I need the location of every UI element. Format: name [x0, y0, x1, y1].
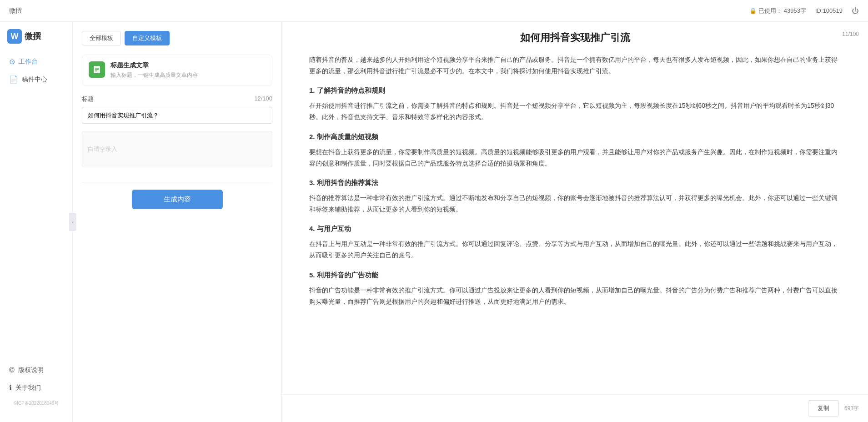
copyright-icon: © — [9, 366, 15, 374]
workbench-icon: ⊙ — [9, 57, 15, 66]
sidebar-item-drafts[interactable]: 📄 稿件中心 — [0, 70, 72, 88]
svg-text:W: W — [11, 32, 19, 41]
article-paragraph-0: 随着抖音的普及，越来越多的人开始利用这个短视频分享平台来推广自己的产品或服务。抖… — [309, 54, 841, 77]
template-desc: 输入标题，一键生成高质量文章内容 — [110, 71, 198, 79]
usage-label: 已使用： — [758, 7, 782, 15]
content-placeholder[interactable]: 白请空录入 — [82, 131, 272, 167]
article-heading-7: 4. 与用户互动 — [309, 222, 841, 235]
header-title: 微撰 — [9, 7, 22, 15]
template-card-icon — [89, 61, 105, 78]
title-label-row: 标题 12/100 — [82, 95, 272, 103]
article-paragraph-10: 抖音的广告功能是一种非常有效的推广引流方式。你可以通过广告投放来让更多的人看到你… — [309, 285, 841, 307]
logo: W 微撰 — [0, 29, 72, 53]
workbench-label: 工作台 — [19, 58, 38, 66]
copy-button[interactable]: 复制 — [808, 400, 839, 417]
template-info: 标题生成文章 输入标题，一键生成高质量文章内容 — [110, 61, 198, 79]
article-heading-1: 1. 了解抖音的特点和规则 — [309, 84, 841, 96]
icp-text: ©ICP备2022018946号 — [0, 397, 72, 410]
right-panel: 如何用抖音实现推广引流 11/100 随着抖音的普及，越来越多的人开始利用这个短… — [282, 22, 868, 422]
template-card[interactable]: 标题生成文章 输入标题，一键生成高质量文章内容 — [82, 55, 272, 86]
article-title: 如何用抖音实现推广引流 — [309, 31, 841, 45]
drafts-icon: 📄 — [9, 75, 18, 84]
title-label: 标题 — [82, 95, 94, 103]
article-paragraph-4: 要想在抖音上获得更多的流量，你需要制作高质量的短视频。高质量的短视频能够吸引更多… — [309, 146, 841, 169]
app-header: 微撰 🔒 已使用： 43953字 ID:100519 ⏻ — [0, 0, 868, 22]
form-divider — [82, 182, 272, 182]
usage-count: 43953字 — [784, 7, 806, 15]
article-header: 如何用抖音实现推广引流 11/100 — [282, 22, 868, 50]
sidebar-item-copyright[interactable]: © 版权说明 — [0, 362, 72, 379]
tab-bar: 全部模板 自定义模板 — [82, 31, 272, 45]
article-heading-5: 3. 利用抖音的推荐算法 — [309, 176, 841, 189]
template-name: 标题生成文章 — [110, 61, 198, 70]
title-char-count: 12/100 — [254, 95, 272, 103]
collapse-button[interactable]: ‹ — [69, 213, 76, 231]
id-info: ID:100519 — [815, 7, 843, 14]
title-form-section: 标题 12/100 — [82, 95, 272, 124]
title-input[interactable] — [82, 107, 272, 124]
about-label: 关于我们 — [15, 384, 41, 392]
article-paragraph-2: 在开始使用抖音进行推广引流之前，你需要了解抖音的特点和规则。抖音是一个短视频分享… — [309, 100, 841, 123]
drafts-label: 稿件中心 — [22, 75, 47, 84]
article-paragraph-6: 抖音的推荐算法是一种非常有效的推广引流方式。通过不断地发布和分享自己的短视频，你… — [309, 192, 841, 215]
sidebar-bottom: © 版权说明 ℹ 关于我们 ©ICP备2022018946号 — [0, 362, 72, 415]
article-paragraph-8: 在抖音上与用户互动是一种非常有效的推广引流方式。你可以通过回复评论、点赞、分享等… — [309, 238, 841, 261]
logo-text: 微撰 — [25, 31, 41, 42]
article-body: 随着抖音的普及，越来越多的人开始利用这个短视频分享平台来推广自己的产品或服务。抖… — [282, 50, 868, 394]
sidebar-item-about[interactable]: ℹ 关于我们 — [0, 379, 72, 397]
logo-icon: W — [7, 29, 22, 44]
content-form-section: 白请空录入 — [82, 131, 272, 167]
right-footer: 复制 693字 — [282, 394, 868, 422]
sidebar: W 微撰 ⊙ 工作台 📄 稿件中心 © 版权说明 ℹ 关于我们 ©ICP备202… — [0, 22, 73, 422]
about-icon: ℹ — [9, 383, 12, 392]
word-count: 693字 — [844, 405, 859, 412]
article-heading-3: 2. 制作高质量的短视频 — [309, 131, 841, 143]
usage-info: 🔒 已使用： 43953字 — [749, 7, 806, 15]
power-icon[interactable]: ⏻ — [852, 7, 859, 15]
copyright-label: 版权说明 — [18, 366, 44, 374]
content-placeholder-text: 白请空录入 — [88, 145, 117, 153]
lock-icon: 🔒 — [749, 7, 757, 14]
generate-button[interactable]: 生成内容 — [132, 190, 223, 209]
main-layout: W 微撰 ⊙ 工作台 📄 稿件中心 © 版权说明 ℹ 关于我们 ©ICP备202… — [0, 22, 868, 422]
page-count: 11/100 — [842, 31, 859, 37]
document-icon — [92, 65, 101, 74]
left-panel: 全部模板 自定义模板 标题生成文章 输入标题，一键生成高质量文章内容 — [73, 22, 282, 422]
content-area: 全部模板 自定义模板 标题生成文章 输入标题，一键生成高质量文章内容 — [73, 22, 868, 422]
tab-custom[interactable]: 自定义模板 — [125, 31, 170, 45]
tab-all[interactable]: 全部模板 — [82, 31, 121, 45]
header-right: 🔒 已使用： 43953字 ID:100519 ⏻ — [749, 7, 859, 15]
sidebar-item-workbench[interactable]: ⊙ 工作台 — [0, 53, 72, 70]
article-heading-9: 5. 利用抖音的广告功能 — [309, 269, 841, 281]
